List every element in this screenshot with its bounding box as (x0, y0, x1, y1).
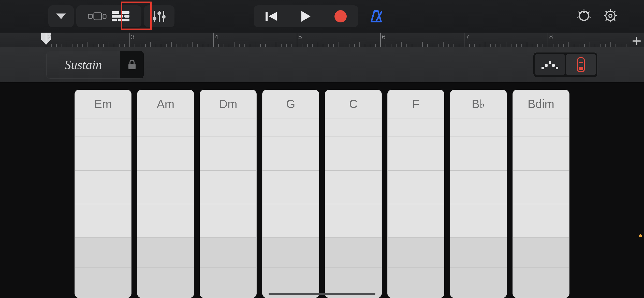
dial-icon (576, 8, 592, 24)
chord-segment[interactable] (388, 170, 444, 204)
chord-segment[interactable] (513, 237, 569, 268)
browser-button[interactable] (48, 5, 74, 27)
track-controls-button[interactable] (144, 5, 174, 27)
chord-segment[interactable] (200, 137, 256, 170)
chord-segment[interactable] (200, 118, 256, 137)
chord-segment[interactable] (388, 204, 444, 237)
chord-segment[interactable] (450, 137, 507, 170)
chord-segment[interactable] (262, 204, 319, 237)
chord-segment[interactable] (450, 267, 507, 298)
chord-label: Bdim (513, 90, 569, 118)
left-toolbar-group (48, 5, 177, 27)
chord-segment[interactable] (262, 237, 319, 268)
ruler-bar: 3 (129, 33, 213, 47)
ruler-bar-number: 6 (382, 33, 385, 41)
timeline-ruler[interactable]: 2345678 (0, 33, 644, 47)
chord-segment[interactable] (75, 237, 131, 268)
svg-line-37 (606, 19, 607, 21)
chord-segment[interactable] (388, 118, 444, 137)
chord-label: Em (75, 90, 131, 118)
chord-segment[interactable] (388, 267, 444, 298)
go-to-start-button[interactable] (254, 5, 289, 27)
ruler-bar: 7 (464, 33, 548, 47)
arpeggio-icon (541, 59, 559, 70)
chord-segment[interactable] (513, 170, 569, 204)
chord-strip[interactable]: Dm (200, 90, 257, 298)
chord-segment[interactable] (75, 118, 131, 137)
chord-segment[interactable] (325, 137, 382, 170)
svg-rect-41 (128, 64, 136, 69)
chord-segment[interactable] (262, 137, 319, 170)
chord-segment[interactable] (137, 267, 194, 298)
chord-strip[interactable]: Am (137, 90, 194, 298)
chord-segment[interactable] (388, 237, 444, 268)
chord-segment[interactable] (325, 237, 382, 268)
chord-segment[interactable] (325, 118, 382, 137)
chord-segment[interactable] (513, 267, 569, 298)
chord-segment[interactable] (75, 137, 131, 170)
chord-strip[interactable]: F (387, 90, 444, 298)
plus-icon (632, 36, 641, 46)
chord-segment[interactable] (137, 137, 194, 170)
chord-segment[interactable] (262, 118, 319, 137)
chord-view-toggle (533, 52, 598, 77)
svg-point-19 (334, 10, 347, 22)
chord-strip[interactable]: Em (75, 90, 131, 298)
chord-strip[interactable]: C (325, 90, 382, 298)
master-volume-button[interactable] (576, 8, 592, 25)
svg-rect-4 (112, 11, 119, 14)
chord-segment[interactable] (200, 170, 256, 204)
chord-segment[interactable] (137, 237, 194, 268)
chord-segment[interactable] (75, 170, 131, 204)
chord-segment[interactable] (513, 137, 569, 170)
svg-rect-9 (118, 19, 129, 21)
metronome-button[interactable] (362, 5, 390, 27)
play-button[interactable] (288, 5, 324, 27)
svg-rect-7 (124, 15, 129, 18)
chord-segment[interactable] (450, 204, 507, 237)
ruler-bar-number: 3 (131, 33, 135, 41)
svg-rect-6 (112, 15, 123, 18)
svg-line-24 (588, 12, 590, 13)
chord-segment[interactable] (200, 267, 256, 298)
chord-strip[interactable]: G (262, 90, 319, 298)
record-button[interactable] (323, 5, 358, 27)
add-section-button[interactable] (631, 35, 642, 47)
chord-segment[interactable] (200, 237, 256, 268)
svg-line-34 (606, 11, 607, 12)
fx-view-icon[interactable] (112, 10, 129, 22)
arpeggio-mode-button[interactable] (535, 54, 565, 75)
svg-rect-49 (579, 67, 583, 70)
chord-label: C (325, 90, 382, 118)
chord-strip[interactable]: Bdim (513, 90, 569, 298)
chord-segment[interactable] (513, 118, 569, 137)
chord-segment[interactable] (137, 204, 194, 237)
svg-point-13 (153, 17, 156, 20)
chord-segment[interactable] (137, 118, 194, 137)
chord-segment[interactable] (325, 204, 382, 237)
chord-segment[interactable] (137, 170, 194, 204)
sustain-lock-button[interactable] (120, 51, 144, 78)
chord-segment[interactable] (75, 267, 131, 298)
chord-segment[interactable] (513, 204, 569, 237)
chord-segment[interactable] (262, 170, 319, 204)
chord-segment[interactable] (200, 204, 256, 237)
settings-button[interactable] (602, 8, 619, 25)
svg-point-22 (583, 11, 585, 13)
record-icon (334, 10, 347, 23)
ruler-bar-number: 4 (215, 33, 218, 41)
chord-segment[interactable] (450, 237, 507, 268)
track-view-icon[interactable] (88, 11, 107, 22)
chord-segment[interactable] (75, 204, 131, 237)
chord-strip-mode-button[interactable] (566, 54, 596, 75)
chord-segment[interactable] (450, 118, 507, 137)
chord-segment[interactable] (325, 170, 382, 204)
home-indicator (269, 293, 375, 295)
transport-controls (254, 5, 390, 27)
chord-segment[interactable] (388, 137, 444, 170)
svg-rect-5 (121, 11, 129, 14)
chord-segment[interactable] (450, 170, 507, 204)
svg-rect-44 (549, 61, 551, 64)
chord-strip[interactable]: B♭ (450, 90, 507, 298)
sustain-button[interactable]: Sustain (47, 51, 120, 78)
